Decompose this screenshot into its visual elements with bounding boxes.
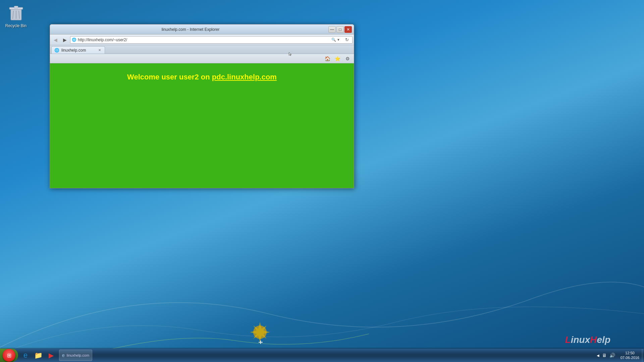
browser-title: linuxhelp.com - Internet Explorer	[53, 27, 328, 32]
linuxhelp-logo: LinuxHelp	[565, 335, 610, 345]
browser-titlebar: linuxhelp.com - Internet Explorer — □ ✕	[50, 24, 354, 35]
settings-button[interactable]: ⚙	[344, 55, 351, 62]
browser-controls: — □ ✕	[328, 26, 352, 33]
browser-icons-bar: 🏠 ⭐ ⚙	[50, 54, 354, 63]
taskbar-items: e 📁 ▶ e linuxhelp.com	[19, 349, 594, 361]
taskbar: e 📁 ▶ e linuxhelp.com ◀ 🖥 🔊 12:50 07-06-…	[0, 349, 644, 362]
address-search-button[interactable]: 🔍 ▼	[330, 38, 341, 42]
network-icon: 🖥	[602, 353, 607, 358]
volume-icon[interactable]: 🔊	[609, 353, 615, 358]
svg-rect-8	[14, 6, 18, 8]
svg-point-0	[253, 325, 267, 339]
recycle-bin[interactable]: Recycle Bin	[3, 3, 29, 28]
start-button[interactable]	[0, 349, 18, 362]
decorative-flower	[250, 322, 270, 342]
recycle-bin-label: Recycle Bin	[5, 23, 26, 28]
home-button[interactable]: 🏠	[324, 55, 331, 62]
system-tray: ◀ 🖥 🔊	[594, 353, 618, 358]
browser-tabs: 🌐 linuxhelp.com ✕	[50, 45, 354, 54]
start-orb	[3, 349, 15, 362]
welcome-message: Welcome user user2 on pdc.linuxhelp.com	[127, 73, 277, 81]
minimize-button[interactable]: —	[328, 26, 336, 33]
address-bar[interactable]: 🌐 http://linuxhelp.com/~user2/ 🔍 ▼ ↻	[70, 36, 353, 44]
browser-window: linuxhelp.com - Internet Explorer — □ ✕ …	[50, 24, 354, 188]
welcome-link[interactable]: pdc.linuxhelp.com	[212, 73, 277, 81]
maximize-button[interactable]: □	[336, 26, 344, 33]
media-taskbar-icon[interactable]: ▶	[45, 349, 57, 361]
browser-content: Welcome user user2 on pdc.linuxhelp.com	[50, 63, 354, 188]
clock-date: 07-06-2016	[621, 355, 639, 360]
ie-taskbar-icon[interactable]: e	[19, 349, 32, 361]
hide-icons-button[interactable]: ◀	[597, 354, 599, 357]
tab-label: linuxhelp.com	[61, 48, 95, 53]
tab-close-button[interactable]: ✕	[97, 48, 102, 52]
desktop: Recycle Bin linuxhelp.com - Internet Exp…	[0, 0, 644, 362]
browser-toolbar: ◀ ▶ 🌐 http://linuxhelp.com/~user2/ 🔍 ▼ ↻	[50, 35, 354, 45]
taskbar-clock[interactable]: 12:50 07-06-2016	[618, 351, 642, 360]
folder-taskbar-icon[interactable]: 📁	[32, 349, 44, 361]
back-button[interactable]: ◀	[51, 36, 59, 44]
refresh-button[interactable]: ↻	[343, 36, 351, 44]
show-desktop-button[interactable]	[642, 349, 644, 362]
recycle-bin-icon	[8, 3, 24, 22]
taskbar-browser-btn[interactable]: e linuxhelp.com	[59, 350, 92, 361]
favorites-button[interactable]: ⭐	[334, 55, 341, 62]
forward-button[interactable]: ▶	[61, 36, 69, 44]
active-tab[interactable]: 🌐 linuxhelp.com ✕	[51, 46, 105, 54]
tab-favicon: 🌐	[54, 48, 59, 53]
clock-time: 12:50	[625, 351, 635, 355]
welcome-text-prefix: Welcome user user2 on	[127, 73, 212, 81]
close-button[interactable]: ✕	[344, 26, 352, 33]
address-url: http://linuxhelp.com/~user2/	[78, 38, 329, 42]
